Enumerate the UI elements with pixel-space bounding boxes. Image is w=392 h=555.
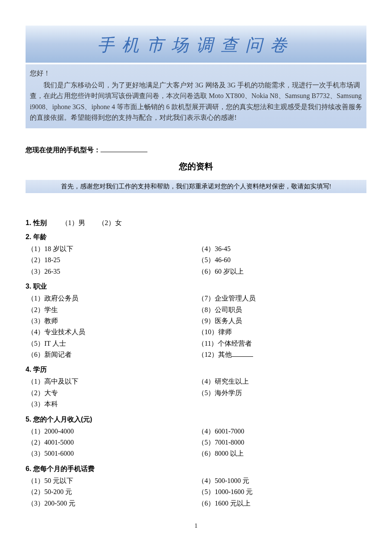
q6-opt[interactable]: （4）500-1000 元 bbox=[198, 475, 366, 486]
title-banner: 手机市场调查问卷 bbox=[26, 26, 366, 63]
q6-opt[interactable]: （6）1600 元以上 bbox=[198, 498, 366, 509]
q4-opt[interactable]: （3）本科 bbox=[27, 399, 196, 410]
q3-opt-other[interactable]: （12）其他 bbox=[198, 349, 366, 360]
q3-opt[interactable]: （6）新闻记者 bbox=[27, 349, 196, 360]
page-number: 1 bbox=[0, 523, 392, 529]
q3-title: 3. 职业 bbox=[26, 282, 366, 291]
questions-area: 1. 性别 （1）男（2）女 2. 年龄 （1）18 岁以下 （2）18-25 … bbox=[26, 219, 366, 509]
current-phone-model-line: 您现在使用的手机型号： bbox=[26, 145, 366, 155]
main-title: 手机市场调查问卷 bbox=[26, 33, 366, 57]
q2-opt[interactable]: （1）18 岁以下 bbox=[27, 243, 196, 254]
q6-opt[interactable]: （3）200-500 元 bbox=[27, 498, 196, 509]
q6-opt[interactable]: （2）50-200 元 bbox=[27, 486, 196, 497]
q5-income: 5. 您的个人月收入(元) （1）2000-4000 （2）4001-5000 … bbox=[26, 415, 366, 460]
q1-opt2[interactable]: （2）女 bbox=[98, 219, 122, 226]
q5-opt[interactable]: （1）2000-4000 bbox=[27, 426, 196, 437]
q3-opt[interactable]: （9）医务人员 bbox=[198, 315, 366, 327]
intro-body: 我们是广东移动公司，为了更好地满足广大客户对 3G 网络及 3G 手机的功能需求… bbox=[30, 80, 362, 123]
q3-opt[interactable]: （1）政府公务员 bbox=[27, 293, 196, 304]
privacy-notice: 首先，感谢您对我们工作的支持和帮助，我们郑重承诺对您的个人资料绝对保密，敬请如实… bbox=[26, 180, 366, 193]
q6-opt[interactable]: （1）50 元以下 bbox=[27, 475, 196, 486]
q3-opt[interactable]: （3）教师 bbox=[27, 315, 196, 327]
q3-opt-other-label: （12）其他 bbox=[198, 351, 232, 358]
intro-banner: 您好！ 我们是广东移动公司，为了更好地满足广大客户对 3G 网络及 3G 手机的… bbox=[26, 64, 366, 128]
q1-opt1[interactable]: （1）男 bbox=[61, 219, 85, 226]
q3-opt[interactable]: （5）IT 人士 bbox=[27, 338, 196, 349]
q4-opt[interactable]: （5）海外学历 bbox=[198, 387, 366, 399]
q2-opt[interactable]: （5）46-60 bbox=[198, 254, 366, 266]
q5-opt[interactable]: （3）5001-6000 bbox=[27, 448, 196, 459]
q2-opt[interactable]: （3）26-35 bbox=[27, 266, 196, 277]
q4-opt[interactable]: （4）研究生以上 bbox=[198, 376, 366, 387]
q4-education: 4. 学历 （1）高中及以下 （2）大专 （3）本科 （4）研究生以上 （5）海… bbox=[26, 365, 366, 410]
q6-phone-bill: 6. 您每个月的手机话费 （1）50 元以下 （2）50-200 元 （3）20… bbox=[26, 465, 366, 509]
section-title: 您的资料 bbox=[26, 161, 366, 172]
q3-opt[interactable]: （8）公司职员 bbox=[198, 304, 366, 315]
q2-opt[interactable]: （6）60 岁以上 bbox=[198, 266, 366, 277]
model-label: 您现在使用的手机型号： bbox=[26, 146, 101, 153]
q3-opt[interactable]: （4）专业技术人员 bbox=[27, 327, 196, 338]
q3-opt[interactable]: （11）个体经营者 bbox=[198, 338, 366, 349]
q5-opt[interactable]: （5）7001-8000 bbox=[198, 437, 366, 448]
model-blank[interactable] bbox=[101, 145, 147, 152]
q3-occupation: 3. 职业 （1）政府公务员 （2）学生 （3）教师 （4）专业技术人员 （5）… bbox=[26, 282, 366, 360]
q3-opt[interactable]: （7）企业管理人员 bbox=[198, 293, 366, 304]
q3-other-blank[interactable] bbox=[232, 350, 253, 357]
q4-title: 4. 学历 bbox=[26, 365, 366, 374]
q2-title: 2. 年龄 bbox=[26, 233, 366, 242]
q1-title: 1. 性别 bbox=[26, 219, 47, 226]
q2-opt[interactable]: （2）18-25 bbox=[27, 254, 196, 266]
q5-title: 5. 您的个人月收入(元) bbox=[26, 415, 366, 424]
q5-opt[interactable]: （2）4001-5000 bbox=[27, 437, 196, 448]
q6-opt[interactable]: （5）1000-1600 元 bbox=[198, 486, 366, 497]
q2-age: 2. 年龄 （1）18 岁以下 （2）18-25 （3）26-35 （4）36-… bbox=[26, 233, 366, 277]
q3-opt[interactable]: （2）学生 bbox=[27, 304, 196, 315]
q4-opt[interactable]: （1）高中及以下 bbox=[27, 376, 196, 387]
q1-gender: 1. 性别 （1）男（2）女 bbox=[26, 219, 366, 228]
q3-opt[interactable]: （10）律师 bbox=[198, 327, 366, 338]
q6-title: 6. 您每个月的手机话费 bbox=[26, 465, 366, 474]
intro-greeting: 您好！ bbox=[30, 68, 362, 79]
q5-opt[interactable]: （4）6001-7000 bbox=[198, 426, 366, 437]
q5-opt[interactable]: （6）8000 以上 bbox=[198, 448, 366, 459]
q4-opt[interactable]: （2）大专 bbox=[27, 387, 196, 399]
q2-opt[interactable]: （4）36-45 bbox=[198, 243, 366, 254]
